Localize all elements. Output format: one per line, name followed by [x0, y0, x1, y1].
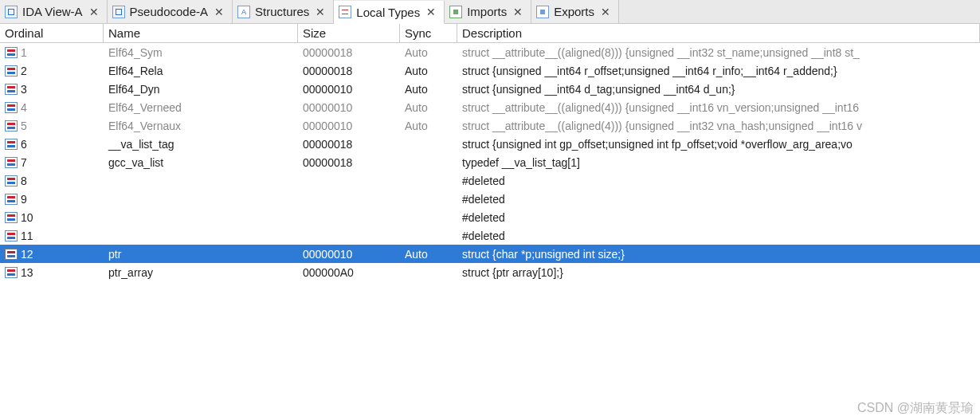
tab-bar: IDA View-A ✕ Pseudocode-A ✕ Structures ✕…: [0, 0, 980, 24]
cell-description: struct {unsigned __int64 d_tag;unsigned …: [457, 83, 980, 96]
cell-ordinal: 8: [0, 175, 104, 187]
cell-ordinal: 11: [0, 230, 104, 242]
tab-local-types[interactable]: Local Types ✕: [334, 1, 445, 24]
table-row[interactable]: 8#deleted: [0, 171, 980, 190]
cell-size: 00000018: [298, 65, 400, 77]
close-icon[interactable]: ✕: [213, 6, 225, 18]
cell-sync: Auto: [400, 46, 457, 59]
tab-pseudocode-a[interactable]: Pseudocode-A ✕: [108, 0, 233, 23]
cell-size: 00000010: [298, 101, 400, 114]
cell-name: Elf64_Dyn: [104, 83, 298, 96]
ordinal-value: 3: [21, 83, 27, 96]
struct-icon: [237, 6, 250, 18]
struct-type-icon: [5, 120, 18, 131]
cell-size: 000000A0: [298, 266, 400, 279]
cell-sync: Auto: [400, 83, 457, 96]
cell-ordinal: 2: [0, 65, 104, 77]
table-row[interactable]: 3Elf64_Dyn00000010Autostruct {unsigned _…: [0, 80, 980, 98]
cell-description: struct {unsigned int gp_offset;unsigned …: [457, 138, 980, 151]
cell-size: 00000010: [298, 83, 400, 96]
cell-description: #deleted: [457, 175, 980, 187]
watermark-text: CSDN @湖南黄景瑜: [857, 400, 974, 417]
tab-ida-view-a[interactable]: IDA View-A ✕: [0, 0, 108, 23]
close-icon[interactable]: ✕: [314, 6, 327, 18]
cell-size: 00000010: [298, 120, 400, 132]
column-header-name[interactable]: Name: [104, 24, 298, 42]
tab-imports[interactable]: Imports ✕: [445, 0, 531, 23]
cell-ordinal: 3: [0, 83, 104, 96]
struct-type-icon: [5, 267, 18, 278]
cell-description: struct __attribute__((aligned(8))) {unsi…: [457, 46, 980, 59]
struct-type-icon: [5, 175, 18, 186]
table-header: Ordinal Name Size Sync Description: [0, 24, 980, 43]
cell-name: gcc_va_list: [104, 156, 298, 169]
table-row[interactable]: 5Elf64_Vernaux00000010Autostruct __attri…: [0, 116, 980, 135]
cell-sync: Auto: [400, 248, 457, 261]
cell-name: ptr_array: [104, 266, 298, 279]
cell-description: struct __attribute__((aligned(4))) {unsi…: [457, 101, 980, 114]
tab-label: Exports: [554, 5, 594, 18]
struct-type-icon: [5, 157, 18, 168]
table-row[interactable]: 6__va_list_tag00000018struct {unsigned i…: [0, 135, 980, 153]
cell-ordinal: 12: [0, 248, 104, 261]
column-header-description[interactable]: Description: [457, 24, 980, 42]
struct-type-icon: [5, 249, 18, 260]
cell-description: #deleted: [457, 230, 980, 242]
table-row[interactable]: 7gcc_va_list00000018typedef __va_list_ta…: [0, 153, 980, 171]
table-row[interactable]: 13ptr_array000000A0struct {ptr array[10]…: [0, 263, 980, 281]
cell-ordinal: 5: [0, 120, 104, 132]
close-icon[interactable]: ✕: [425, 6, 437, 18]
close-icon[interactable]: ✕: [88, 6, 100, 18]
ordinal-value: 4: [21, 101, 27, 114]
ordinal-value: 5: [21, 120, 27, 132]
struct-type-icon: [5, 65, 18, 77]
cell-name: __va_list_tag: [104, 138, 298, 151]
cell-sync: Auto: [400, 120, 457, 132]
cell-ordinal: 10: [0, 211, 104, 224]
table-body: 1Elf64_Sym00000018Autostruct __attribute…: [0, 43, 980, 281]
cell-ordinal: 1: [0, 46, 104, 59]
cell-ordinal: 4: [0, 101, 104, 114]
column-header-ordinal[interactable]: Ordinal: [0, 24, 104, 42]
tab-exports[interactable]: Exports ✕: [531, 0, 619, 23]
column-header-sync[interactable]: Sync: [400, 24, 457, 42]
cell-ordinal: 7: [0, 156, 104, 169]
tab-label: Pseudocode-A: [130, 5, 208, 18]
table-row[interactable]: 4Elf64_Verneed00000010Autostruct __attri…: [0, 98, 980, 116]
table-row[interactable]: 2Elf64_Rela00000018Autostruct {unsigned …: [0, 61, 980, 80]
cell-description: struct {unsigned __int64 r_offset;unsign…: [457, 65, 980, 77]
cell-name: Elf64_Vernaux: [104, 120, 298, 132]
cell-description: #deleted: [457, 211, 980, 224]
close-icon[interactable]: ✕: [599, 6, 612, 18]
view-icon: [5, 6, 18, 18]
table-row[interactable]: 1Elf64_Sym00000018Autostruct __attribute…: [0, 43, 980, 61]
cell-size: 00000010: [298, 248, 400, 261]
table-row[interactable]: 10#deleted: [0, 208, 980, 226]
imports-icon: [449, 6, 462, 18]
cell-sync: Auto: [400, 101, 457, 114]
cell-size: 00000018: [298, 46, 400, 59]
ordinal-value: 10: [21, 211, 33, 224]
struct-type-icon: [5, 194, 18, 205]
struct-type-icon: [5, 47, 18, 58]
column-header-size[interactable]: Size: [298, 24, 400, 42]
cell-ordinal: 6: [0, 138, 104, 151]
table-row[interactable]: 9#deleted: [0, 190, 980, 208]
table-row[interactable]: 11#deleted: [0, 226, 980, 245]
ordinal-value: 13: [21, 266, 33, 279]
cell-name: Elf64_Sym: [104, 46, 298, 59]
tab-structures[interactable]: Structures ✕: [233, 0, 334, 23]
struct-type-icon: [5, 102, 18, 113]
close-icon[interactable]: ✕: [512, 6, 524, 18]
ordinal-value: 2: [21, 65, 27, 77]
struct-type-icon: [5, 84, 18, 95]
tab-label: Local Types: [356, 6, 420, 19]
local-types-icon: [339, 6, 351, 18]
cell-name: ptr: [104, 248, 298, 261]
table-row[interactable]: 12ptr00000010Autostruct {char *p;unsigne…: [0, 245, 980, 263]
cell-description: #deleted: [457, 193, 980, 206]
cell-description: struct __attribute__((aligned(4))) {unsi…: [457, 120, 980, 132]
cell-ordinal: 9: [0, 193, 104, 206]
ordinal-value: 8: [21, 175, 27, 187]
view-icon: [112, 6, 125, 18]
